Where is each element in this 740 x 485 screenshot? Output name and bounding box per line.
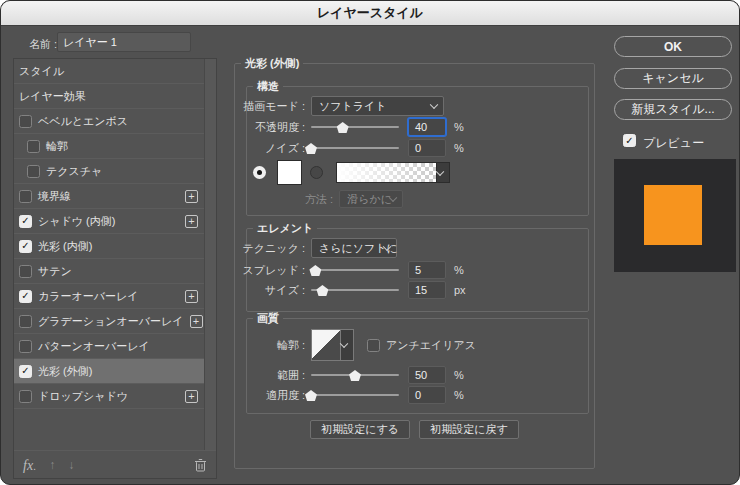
sidebar-item-stroke[interactable]: 境界線 + — [14, 184, 204, 209]
dialog-titlebar: レイヤースタイル — [1, 1, 739, 26]
size-row: サイズ : 15 px — [249, 281, 580, 299]
noise-input[interactable]: 0 — [408, 139, 446, 157]
jitter-slider[interactable] — [311, 388, 399, 402]
styles-list: スタイル + レイヤー効果 + ベベルとエンボス + 輪郭 + テクスチャ — [14, 59, 204, 450]
range-row: 範囲 : 50 % — [249, 366, 580, 384]
default-buttons-row: 初期設定にする 初期設定に戻す — [235, 420, 594, 439]
slider-handle[interactable] — [316, 285, 329, 296]
item-checkbox[interactable] — [19, 390, 32, 403]
outer-glow-panel: 光彩 (外側) 構造 描画モード : ソフトライト 不透明度 : 40 % — [234, 63, 595, 469]
add-effect-icon[interactable]: + — [185, 190, 198, 203]
item-checkbox[interactable] — [19, 365, 32, 378]
sidebar-item-color-overlay[interactable]: カラーオーバーレイ + — [14, 284, 204, 309]
layer-name-input[interactable] — [57, 32, 191, 52]
item-checkbox[interactable] — [19, 340, 32, 353]
opacity-slider[interactable] — [311, 120, 399, 134]
slider-handle[interactable] — [309, 265, 322, 276]
chevron-down-icon — [340, 339, 348, 347]
slider-handle[interactable] — [336, 122, 349, 133]
delete-effect-icon[interactable] — [194, 458, 207, 472]
sidebar-item-outer-glow[interactable]: 光彩 (外側) + — [14, 359, 204, 384]
sidebar-item-pattern-overlay[interactable]: パターンオーバーレイ + — [14, 334, 204, 359]
new-style-button[interactable]: 新規スタイル... — [614, 99, 732, 120]
sidebar-item-drop-shadow[interactable]: ドロップシャドウ + — [14, 384, 204, 409]
quality-group: 画質 輪郭 : アンチエイリアス 範囲 : 50 % — [246, 318, 589, 414]
panel-title: 光彩 (外側) — [241, 57, 303, 70]
method-select: 滑らかに — [339, 190, 403, 208]
sidebar-scrollbar[interactable] — [204, 59, 216, 450]
structure-group: 構造 描画モード : ソフトライト 不透明度 : 40 % ノイズ : — [246, 86, 589, 216]
jitter-input[interactable]: 0 — [408, 386, 446, 404]
reset-default-button[interactable]: 初期設定に戻す — [419, 420, 519, 439]
item-checkbox[interactable] — [19, 215, 32, 228]
gradient-picker[interactable] — [336, 162, 450, 183]
range-slider[interactable] — [311, 368, 399, 382]
antialias-checkbox[interactable] — [367, 339, 380, 352]
technique-row: テクニック : さらにソフトに — [249, 238, 580, 258]
sidebar-item-inner-glow[interactable]: 光彩 (内側) + — [14, 234, 204, 259]
layer-style-dialog: レイヤースタイル 名前 : スタイル + レイヤー効果 + ベベルとエンボス + — [0, 0, 740, 485]
item-checkbox[interactable] — [27, 165, 40, 178]
gradient-radio[interactable] — [310, 166, 323, 179]
make-default-button[interactable]: 初期設定にする — [310, 420, 410, 439]
sidebar-item-contour[interactable]: 輪郭 + — [14, 134, 204, 159]
contour-row: 輪郭 : アンチエイリアス — [249, 329, 580, 361]
add-effect-icon[interactable]: + — [185, 215, 198, 228]
item-checkbox[interactable] — [27, 140, 40, 153]
fx-menu-button[interactable]: fx. — [23, 456, 36, 474]
structure-group-title: 構造 — [253, 80, 283, 93]
range-input[interactable]: 50 — [408, 366, 446, 384]
blend-mode-row: 描画モード : ソフトライト — [249, 96, 580, 116]
add-effect-icon[interactable]: + — [190, 315, 203, 328]
item-checkbox[interactable] — [19, 290, 32, 303]
styles-sidebar: スタイル + レイヤー効果 + ベベルとエンボス + 輪郭 + テクスチャ — [13, 58, 217, 479]
chevron-down-icon — [430, 100, 438, 108]
sidebar-item-texture[interactable]: テクスチャ + — [14, 159, 204, 184]
slider-handle[interactable] — [305, 143, 318, 154]
contour-thumbnail — [311, 329, 341, 361]
glow-color-swatch[interactable] — [277, 160, 302, 185]
spread-input[interactable]: 5 — [408, 261, 446, 279]
method-row: 方法 : 滑らかに — [249, 190, 580, 208]
sidebar-footer: fx. ↑ ↓ — [14, 450, 216, 478]
move-effect-down-icon[interactable]: ↓ — [68, 458, 74, 472]
slider-handle[interactable] — [349, 370, 362, 381]
size-input[interactable]: 15 — [408, 281, 446, 299]
glow-source-row — [249, 160, 580, 185]
elements-group-title: エレメント — [253, 222, 317, 235]
item-checkbox[interactable] — [19, 190, 32, 203]
opacity-row: 不透明度 : 40 % — [249, 118, 580, 136]
add-effect-icon[interactable]: + — [185, 290, 198, 303]
sidebar-item-layer-effects[interactable]: レイヤー効果 + — [14, 84, 204, 109]
item-checkbox[interactable] — [19, 265, 32, 278]
add-effect-icon[interactable]: + — [185, 390, 198, 403]
move-effect-up-icon[interactable]: ↑ — [49, 458, 55, 472]
color-radio[interactable] — [253, 166, 266, 179]
item-checkbox[interactable] — [19, 315, 32, 328]
cancel-button[interactable]: キャンセル — [614, 68, 732, 89]
size-slider[interactable] — [311, 283, 399, 297]
sidebar-item-inner-shadow[interactable]: シャドウ (内側) + — [14, 209, 204, 234]
contour-picker[interactable] — [311, 329, 354, 361]
spread-slider[interactable] — [311, 263, 399, 277]
quality-group-title: 画質 — [253, 312, 283, 325]
item-checkbox[interactable] — [19, 115, 32, 128]
noise-slider[interactable] — [311, 141, 399, 155]
sidebar-item-styles[interactable]: スタイル + — [14, 59, 204, 84]
name-label: 名前 : — [29, 37, 57, 52]
spread-row: スプレッド : 5 % — [249, 261, 580, 279]
noise-row: ノイズ : 0 % — [249, 139, 580, 157]
sidebar-item-satin[interactable]: サテン + — [14, 259, 204, 284]
sidebar-item-gradient-overlay[interactable]: グラデーションオーバーレイ + — [14, 309, 204, 334]
slider-handle[interactable] — [305, 390, 318, 401]
item-checkbox[interactable] — [19, 240, 32, 253]
elements-group: エレメント テクニック : さらにソフトに スプレッド : 5 % サイズ : — [246, 228, 589, 312]
preview-checkbox[interactable] — [623, 134, 636, 147]
ok-button[interactable]: OK — [614, 36, 732, 57]
blend-mode-select[interactable]: ソフトライト — [311, 96, 444, 116]
opacity-input[interactable]: 40 — [408, 118, 446, 136]
technique-select[interactable]: さらにソフトに — [311, 238, 397, 258]
style-preview-thumbnail — [614, 159, 736, 272]
sidebar-item-bevel-emboss[interactable]: ベベルとエンボス + — [14, 109, 204, 134]
preview-layer-square — [644, 185, 702, 245]
